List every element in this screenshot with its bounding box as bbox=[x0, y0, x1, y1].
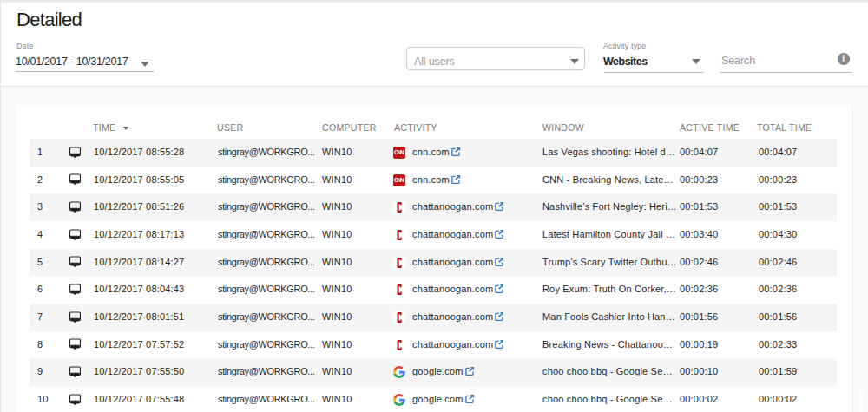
svg-text:CNN: CNN bbox=[394, 177, 404, 183]
svg-text:CNN: CNN bbox=[394, 149, 404, 155]
